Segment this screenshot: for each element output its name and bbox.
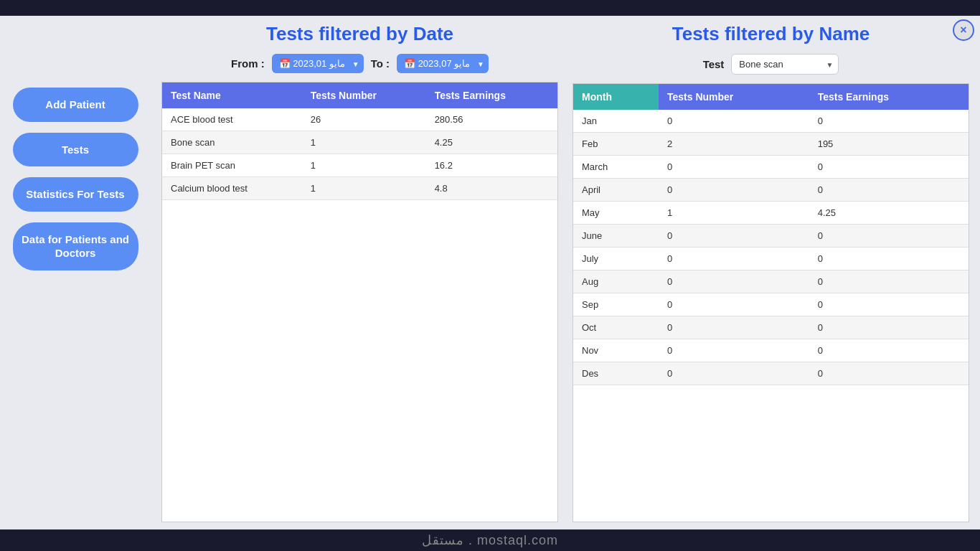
cell-number: 26 — [302, 108, 426, 131]
name-filter-panel: Tests filtered by Name Test Bone scan AC… — [573, 23, 969, 522]
cell-earnings: 280.56 — [426, 108, 557, 131]
cell-test-name: Bone scan — [162, 131, 302, 154]
cell-earnings: 0 — [809, 179, 969, 202]
main-content: × Add Patient Tests Statistics For Tests… — [0, 16, 980, 529]
cell-month: March — [573, 156, 659, 179]
cell-test-name: Brain PET scan — [162, 154, 302, 177]
top-bar — [0, 0, 980, 16]
cell-earnings: 4.25 — [426, 131, 557, 154]
date-panel-title: Tests filtered by Date — [161, 23, 558, 45]
cell-earnings: 0 — [809, 156, 969, 179]
table-row: Nov 0 0 — [573, 339, 969, 362]
col-tests-earnings-right: Tests Earnings — [809, 84, 969, 110]
col-month: Month — [573, 84, 659, 110]
table-row: Bone scan 1 4.25 — [162, 131, 557, 154]
tests-button[interactable]: Tests — [13, 133, 138, 167]
table-row: Brain PET scan 1 16.2 — [162, 154, 557, 177]
cell-month: Jan — [573, 110, 659, 133]
table-row: June 0 0 — [573, 225, 969, 248]
content-area: Tests filtered by Date From : 📅 2023,01 … — [151, 16, 980, 529]
cell-number: 1 — [302, 177, 426, 200]
table-row: July 0 0 — [573, 248, 969, 270]
cell-earnings: 16.2 — [426, 154, 557, 177]
from-label: From : — [231, 57, 265, 70]
cell-number: 0 — [659, 270, 809, 293]
name-table: Month Tests Number Tests Earnings Jan 0 … — [573, 84, 969, 385]
table-row: May 1 4.25 — [573, 202, 969, 225]
close-button[interactable]: × — [953, 19, 974, 41]
col-tests-number-right: Tests Number — [659, 84, 809, 110]
test-select-wrapper[interactable]: Bone scan ACE blood test Brain PET scan … — [731, 54, 839, 75]
cell-month: Oct — [573, 316, 659, 339]
cell-earnings: 0 — [809, 248, 969, 270]
cell-earnings: 0 — [809, 270, 969, 293]
cell-number: 0 — [659, 225, 809, 248]
cell-month: April — [573, 179, 659, 202]
date-table-container: Test Name Tests Number Tests Earnings AC… — [161, 82, 558, 522]
table-row: Feb 2 195 — [573, 133, 969, 156]
cell-number: 0 — [659, 156, 809, 179]
date-filter-panel: Tests filtered by Date From : 📅 2023,01 … — [161, 23, 558, 522]
bottom-bar: مستقل . mostaql.com — [0, 529, 980, 551]
name-table-container: Month Tests Number Tests Earnings Jan 0 … — [573, 83, 969, 522]
cell-month: May — [573, 202, 659, 225]
cell-number: 0 — [659, 248, 809, 270]
sidebar: Add Patient Tests Statistics For Tests D… — [0, 16, 151, 529]
name-filter-row: Test Bone scan ACE blood test Brain PET … — [573, 54, 969, 75]
cell-number: 2 — [659, 133, 809, 156]
cell-earnings: 195 — [809, 133, 969, 156]
table-row: Oct 0 0 — [573, 316, 969, 339]
test-name-select[interactable]: Bone scan ACE blood test Brain PET scan … — [731, 54, 839, 75]
date-filter-row: From : 📅 2023,01 مايو To : 📅 2023,07 ماي… — [161, 54, 558, 73]
data-button[interactable]: Data for Patients and Doctors — [13, 222, 138, 270]
cell-earnings: 0 — [809, 225, 969, 248]
cell-earnings: 0 — [809, 316, 969, 339]
cell-number: 1 — [302, 131, 426, 154]
col-test-name: Test Name — [162, 83, 302, 108]
table-row: Des 0 0 — [573, 362, 969, 385]
cell-month: Nov — [573, 339, 659, 362]
cell-month: Feb — [573, 133, 659, 156]
cell-earnings: 0 — [809, 362, 969, 385]
table-row: March 0 0 — [573, 156, 969, 179]
cell-month: Aug — [573, 270, 659, 293]
watermark-text: مستقل . mostaql.com — [422, 532, 558, 548]
from-date-select[interactable]: 📅 2023,01 مايو — [272, 54, 364, 73]
table-row: ACE blood test 26 280.56 — [162, 108, 557, 131]
to-date-select[interactable]: 📅 2023,07 مايو — [397, 54, 489, 73]
table-row: April 0 0 — [573, 179, 969, 202]
cell-number: 1 — [302, 154, 426, 177]
close-icon: × — [960, 24, 966, 37]
cell-number: 0 — [659, 179, 809, 202]
to-label: To : — [371, 57, 390, 70]
name-panel-title: Tests filtered by Name — [573, 23, 969, 45]
cell-earnings: 0 — [809, 293, 969, 316]
cell-earnings: 0 — [809, 110, 969, 133]
cell-number: 1 — [659, 202, 809, 225]
statistics-button[interactable]: Statistics For Tests — [13, 177, 138, 212]
table-row: Aug 0 0 — [573, 270, 969, 293]
col-tests-number: Tests Number — [302, 83, 426, 108]
cell-month: Des — [573, 362, 659, 385]
cell-number: 0 — [659, 316, 809, 339]
cell-month: Sep — [573, 293, 659, 316]
cell-earnings: 4.8 — [426, 177, 557, 200]
cell-earnings: 0 — [809, 339, 969, 362]
date-table: Test Name Tests Number Tests Earnings AC… — [162, 83, 557, 200]
table-row: Jan 0 0 — [573, 110, 969, 133]
cell-number: 0 — [659, 339, 809, 362]
table-row: Calcium blood test 1 4.8 — [162, 177, 557, 200]
cell-month: July — [573, 248, 659, 270]
test-label: Test — [703, 58, 725, 70]
cell-number: 0 — [659, 362, 809, 385]
cell-test-name: Calcium blood test — [162, 177, 302, 200]
col-tests-earnings: Tests Earnings — [426, 83, 557, 108]
from-date-wrapper[interactable]: 📅 2023,01 مايو — [272, 54, 364, 73]
cell-number: 0 — [659, 293, 809, 316]
cell-month: June — [573, 225, 659, 248]
cell-test-name: ACE blood test — [162, 108, 302, 131]
add-patient-button[interactable]: Add Patient — [13, 88, 138, 122]
cell-number: 0 — [659, 110, 809, 133]
to-date-wrapper[interactable]: 📅 2023,07 مايو — [397, 54, 489, 73]
cell-earnings: 4.25 — [809, 202, 969, 225]
